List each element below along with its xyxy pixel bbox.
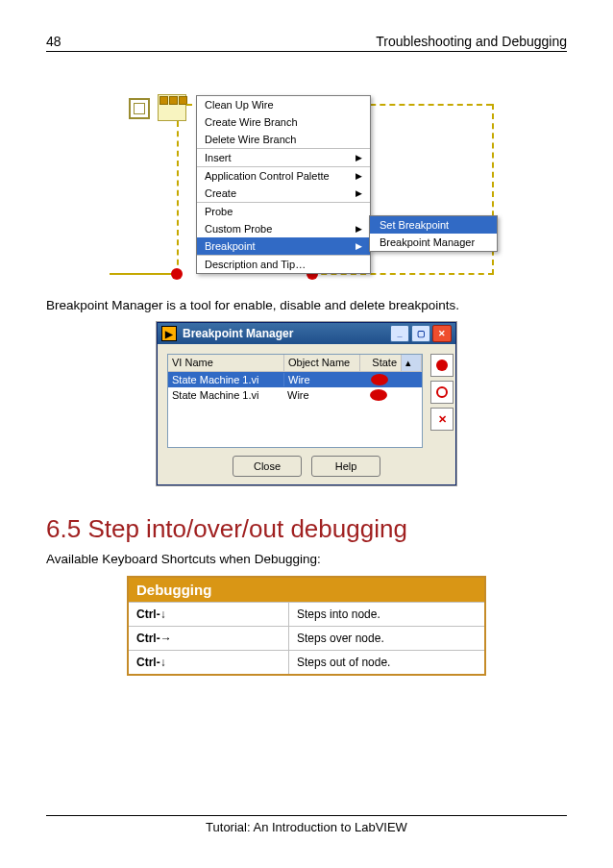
shortcut-desc: Steps into node. [289, 603, 484, 626]
col-state: State [360, 355, 402, 371]
chevron-right-icon: ▶ [356, 188, 362, 198]
breakpoint-dot [171, 268, 183, 280]
delete-breakpoint-button[interactable]: ✕ [430, 408, 454, 431]
help-button[interactable]: Help [311, 456, 380, 477]
close-dialog-button[interactable]: Close [233, 456, 302, 477]
body-paragraph: Breakpoint Manager is a tool for enable,… [46, 298, 567, 312]
menu-clean-up-wire[interactable]: Clean Up Wire [197, 96, 370, 113]
breakpoint-state-icon [370, 389, 387, 401]
shortcuts-table: Debugging Ctrl-↓ Steps into node. Ctrl-→… [127, 576, 486, 676]
menu-create[interactable]: Create▶ [197, 185, 370, 202]
table-row[interactable]: State Machine 1.vi Wire [168, 387, 422, 403]
window-title: Breakpoint Manager [183, 327, 293, 340]
breakpoint-submenu: Set Breakpoint Breakpoint Manager [369, 215, 498, 252]
body-paragraph: Available Keyboard Shortcuts when Debugg… [46, 552, 567, 566]
shortcut-row: Ctrl-↓ Steps out of node. [129, 650, 484, 674]
shortcut-key: Ctrl-↓ [129, 603, 289, 626]
menu-delete-wire-branch[interactable]: Delete Wire Branch [197, 131, 370, 148]
chapter-title: Troubleshooting and Debugging [376, 34, 567, 49]
shortcut-key: Ctrl-↓ [129, 651, 289, 674]
chevron-right-icon: ▶ [356, 241, 362, 251]
enable-breakpoint-button[interactable] [430, 354, 454, 377]
breakpoint-table: VI Name Object Name State ▴ State Machin… [167, 354, 423, 448]
maximize-button[interactable]: ▢ [411, 325, 430, 342]
page-footer: Tutorial: An Introduction to LabVIEW [46, 815, 567, 834]
menu-custom-probe[interactable]: Custom Probe▶ [197, 220, 370, 237]
chevron-right-icon: ▶ [356, 153, 362, 162]
page-number: 48 [46, 34, 61, 49]
breakpoint-manager-window: ▶ Breakpoint Manager _ ▢ ✕ VI Name Objec… [157, 322, 456, 485]
block-diagram-figure: Clean Up Wire Create Wire Branch Delete … [110, 81, 503, 283]
close-button[interactable]: ✕ [432, 325, 452, 342]
shortcut-desc: Steps out of node. [289, 651, 484, 674]
col-object-name: Object Name [284, 355, 360, 371]
vi-icon [129, 98, 150, 119]
breakpoint-state-icon [371, 374, 388, 385]
submenu-breakpoint-manager[interactable]: Breakpoint Manager [370, 234, 497, 251]
chevron-right-icon: ▶ [356, 171, 362, 181]
shortcut-desc: Steps over node. [289, 627, 484, 650]
menu-create-wire-branch[interactable]: Create Wire Branch [197, 113, 370, 131]
menu-insert[interactable]: Insert▶ [197, 149, 370, 166]
side-toolbar: ✕ [430, 354, 454, 448]
page-header: 48 Troubleshooting and Debugging [46, 34, 567, 52]
table-header: VI Name Object Name State ▴ [168, 355, 422, 372]
chevron-right-icon: ▶ [356, 224, 362, 234]
disabled-icon [436, 386, 448, 398]
delete-icon: ✕ [438, 413, 447, 426]
minimize-button[interactable]: _ [390, 325, 409, 342]
menu-app-control-palette[interactable]: Application Control Palette▶ [197, 167, 370, 185]
menu-probe[interactable]: Probe [197, 203, 370, 220]
table-row[interactable]: State Machine 1.vi Wire [168, 372, 422, 387]
wire [177, 121, 179, 275]
col-vi-name: VI Name [168, 355, 284, 371]
disable-breakpoint-button[interactable] [430, 381, 454, 404]
menu-description-tip[interactable]: Description and Tip… [197, 256, 370, 273]
diagram-node [158, 94, 186, 121]
scroll-up-icon[interactable]: ▴ [402, 355, 422, 371]
enabled-icon [436, 360, 448, 371]
app-icon: ▶ [161, 326, 177, 341]
wire [110, 273, 177, 275]
menu-breakpoint[interactable]: Breakpoint▶ [197, 237, 370, 255]
window-titlebar: ▶ Breakpoint Manager _ ▢ ✕ [158, 323, 455, 344]
shortcut-key: Ctrl-→ [129, 627, 289, 650]
footer-text: Tutorial: An Introduction to LabVIEW [206, 820, 407, 834]
shortcut-row: Ctrl-↓ Steps into node. [129, 602, 484, 626]
shortcuts-header: Debugging [129, 578, 484, 602]
context-menu: Clean Up Wire Create Wire Branch Delete … [196, 95, 371, 274]
section-heading: 6.5 Step into/over/out debugging [46, 514, 567, 544]
submenu-set-breakpoint[interactable]: Set Breakpoint [370, 216, 497, 234]
shortcut-row: Ctrl-→ Steps over node. [129, 626, 484, 650]
